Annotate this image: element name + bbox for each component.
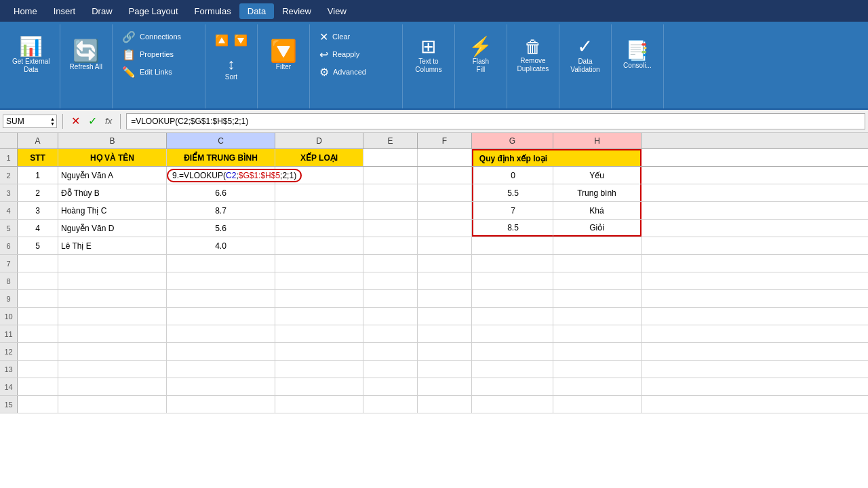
cell-a9[interactable] [18, 290, 58, 307]
data-validation-button[interactable]: ✓ DataValidation [565, 28, 606, 83]
cell-g9[interactable] [472, 290, 553, 307]
cell-g3[interactable]: 5.5 [472, 184, 553, 201]
cell-c15[interactable] [167, 396, 275, 413]
cell-f5[interactable] [418, 220, 472, 237]
cell-h11[interactable] [553, 325, 642, 342]
cell-g4[interactable]: 7 [472, 202, 553, 219]
cell-b13[interactable] [58, 361, 167, 378]
cell-e2[interactable] [363, 167, 418, 184]
cell-b9[interactable] [58, 290, 167, 307]
cell-f3[interactable] [418, 184, 472, 201]
cell-h5[interactable]: Giỏi [553, 220, 642, 237]
cell-a4[interactable]: 3 [18, 202, 58, 219]
cell-e11[interactable] [363, 325, 418, 342]
cell-b8[interactable] [58, 272, 167, 289]
col-header-e[interactable]: E [363, 133, 418, 148]
clear-button[interactable]: ✕ Clear [315, 28, 397, 46]
col-header-a[interactable]: A [18, 133, 58, 148]
cell-b14[interactable] [58, 378, 167, 395]
cell-f12[interactable] [418, 343, 472, 360]
properties-button[interactable]: 📋 Properties [118, 46, 199, 64]
cell-h8[interactable] [553, 272, 642, 289]
cell-d9[interactable] [275, 290, 363, 307]
cell-a1[interactable]: STT [18, 149, 58, 166]
cell-a13[interactable] [18, 361, 58, 378]
cell-e7[interactable] [363, 255, 418, 272]
cell-a10[interactable] [18, 308, 58, 325]
refresh-all-button[interactable]: 🔄 Refresh All [66, 28, 106, 83]
cell-a3[interactable]: 2 [18, 184, 58, 201]
cell-f6[interactable] [418, 237, 472, 254]
name-box[interactable]: SUM ▲▼ [3, 115, 57, 128]
cell-a8[interactable] [18, 272, 58, 289]
cell-h2[interactable]: Yếu [553, 167, 642, 184]
cell-e13[interactable] [363, 361, 418, 378]
cell-h13[interactable] [553, 361, 642, 378]
cell-f2[interactable] [418, 167, 472, 184]
cell-h6[interactable] [553, 237, 642, 254]
reapply-button[interactable]: ↩ Reapply [315, 46, 397, 64]
menu-draw[interactable]: Draw [83, 3, 120, 19]
cell-e1[interactable] [363, 149, 418, 166]
cell-a5[interactable]: 4 [18, 220, 58, 237]
cell-g14[interactable] [472, 378, 553, 395]
cell-d11[interactable] [275, 325, 363, 342]
cell-e4[interactable] [363, 202, 418, 219]
cell-a2[interactable]: 1 [18, 167, 58, 184]
cell-e12[interactable] [363, 343, 418, 360]
menu-home[interactable]: Home [5, 3, 45, 19]
cell-b15[interactable] [58, 396, 167, 413]
menu-review[interactable]: Review [274, 3, 319, 19]
formula-input[interactable] [126, 113, 865, 129]
remove-duplicates-button[interactable]: 🗑 RemoveDuplicates [513, 28, 553, 83]
cell-d3[interactable] [275, 184, 363, 201]
sort-button[interactable]: ↕ Sort [211, 52, 252, 87]
cell-d5[interactable] [275, 220, 363, 237]
cell-b10[interactable] [58, 308, 167, 325]
cell-g15[interactable] [472, 396, 553, 413]
cell-d12[interactable] [275, 343, 363, 360]
cell-c10[interactable] [167, 308, 275, 325]
sort-az-button[interactable]: 🔼 [213, 31, 231, 49]
cell-h14[interactable] [553, 378, 642, 395]
cell-f8[interactable] [418, 272, 472, 289]
cell-b4[interactable]: Hoàng Thị C [58, 202, 167, 219]
cell-g2[interactable]: 0 [472, 167, 553, 184]
edit-links-button[interactable]: ✏️ Edit Links [118, 64, 199, 81]
cell-e8[interactable] [363, 272, 418, 289]
cell-c14[interactable] [167, 378, 275, 395]
cell-c3[interactable]: 6.6 [167, 184, 275, 201]
cell-d7[interactable] [275, 255, 363, 272]
cell-c1[interactable]: ĐIỂM TRUNG BÌNH [167, 149, 275, 166]
cell-f7[interactable] [418, 255, 472, 272]
col-header-c[interactable]: C [167, 133, 275, 148]
cell-e15[interactable] [363, 396, 418, 413]
cell-c4[interactable]: 8.7 [167, 202, 275, 219]
cell-a14[interactable] [18, 378, 58, 395]
get-external-data-button[interactable]: 📊 Get ExternalData [8, 28, 54, 83]
menu-insert[interactable]: Insert [45, 3, 84, 19]
cell-f13[interactable] [418, 361, 472, 378]
text-to-columns-button[interactable]: ⊞ Text toColumns [408, 28, 449, 83]
cell-e6[interactable] [363, 237, 418, 254]
cell-h12[interactable] [553, 343, 642, 360]
col-header-f[interactable]: F [418, 133, 472, 148]
cell-f11[interactable] [418, 325, 472, 342]
menu-view[interactable]: View [319, 3, 355, 19]
cell-c5[interactable]: 5.6 [167, 220, 275, 237]
cell-d15[interactable] [275, 396, 363, 413]
cell-d13[interactable] [275, 361, 363, 378]
cell-h15[interactable] [553, 396, 642, 413]
cell-a15[interactable] [18, 396, 58, 413]
menu-page-layout[interactable]: Page Layout [121, 3, 186, 19]
cell-f4[interactable] [418, 202, 472, 219]
cell-f1[interactable] [418, 149, 472, 166]
cell-h9[interactable] [553, 290, 642, 307]
cancel-button[interactable]: ✕ [68, 113, 83, 129]
cell-f9[interactable] [418, 290, 472, 307]
connections-button[interactable]: 🔗 Connections [118, 28, 199, 46]
cell-b1[interactable]: HỌ VÀ TÊN [58, 149, 167, 166]
cell-e5[interactable] [363, 220, 418, 237]
cell-d10[interactable] [275, 308, 363, 325]
cell-c2[interactable]: 9.=VLOOKUP(C2;$G$1:$H$5;2;1) [167, 167, 275, 184]
